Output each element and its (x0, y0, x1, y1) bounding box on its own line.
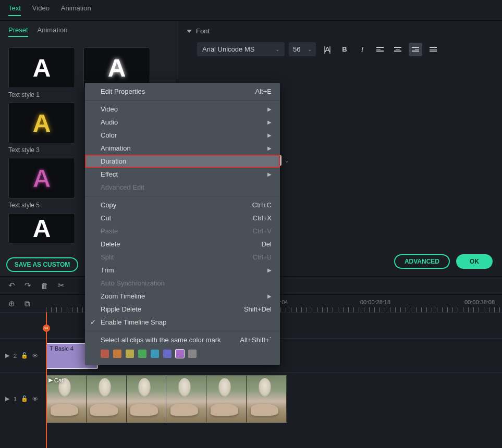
advanced-button[interactable]: ADVANCED (394, 254, 450, 269)
font-family-select[interactable]: Arial Unicode MS ⌄ (197, 42, 285, 56)
menu-label: Effect (101, 170, 118, 178)
eye-icon[interactable]: 👁 (32, 396, 38, 402)
menu-select-same-color[interactable]: Select all clips with the same color mar… (85, 333, 280, 346)
color-mark[interactable] (113, 350, 121, 358)
menu-shortcut: Ctrl+B (253, 253, 272, 261)
playhead-handle[interactable]: ✂ (43, 325, 50, 332)
ok-button[interactable]: OK (456, 254, 493, 269)
menu-label: Zoom Timeline (101, 292, 145, 300)
submenu-arrow-icon: ▶ (267, 119, 272, 125)
menu-duration[interactable]: Duration (85, 155, 280, 168)
chevron-down-icon: ⌄ (275, 46, 279, 52)
preset-thumb: A (8, 103, 75, 143)
menu-delete[interactable]: DeleteDel (85, 238, 280, 251)
video-frame-thumb (87, 376, 127, 422)
color-mark[interactable] (151, 350, 159, 358)
ruler-tick: 00:00:28:18 (360, 299, 390, 305)
menu-shortcut: Ctrl+C (252, 201, 272, 209)
video-clip-label: Cat (54, 377, 63, 383)
color-mark[interactable] (176, 350, 184, 358)
menu-video[interactable]: Video▶ (85, 103, 280, 116)
menu-label: Audio (101, 118, 118, 126)
font-section-header[interactable]: Font (187, 27, 493, 35)
split-button[interactable]: ✂ (58, 281, 65, 290)
video-clip[interactable]: ▶ Cat (46, 375, 287, 423)
submenu-arrow-icon: ▶ (267, 171, 272, 177)
menu-label: Paste (101, 227, 118, 235)
preset-label: Text style 1 (8, 91, 76, 98)
save-as-custom-button[interactable]: SAVE AS CUSTOM (6, 257, 78, 272)
preset-thumb: A (8, 47, 75, 88)
video-frame-thumb (206, 376, 247, 422)
color-mark[interactable] (163, 350, 172, 358)
preset-item-5[interactable]: A Text style 5 (8, 158, 76, 209)
menu-label: Select all clips with the same color mar… (101, 336, 221, 344)
marker-add-button[interactable]: ⊕ (8, 299, 15, 308)
sub-tab-preset[interactable]: Preset (8, 26, 28, 37)
tab-animation[interactable]: Animation (61, 4, 91, 16)
eye-icon[interactable]: 👁 (32, 353, 38, 359)
menu-cut[interactable]: CutCtrl+X (85, 211, 280, 225)
menu-trim[interactable]: Trim▶ (85, 264, 280, 277)
menu-shortcut: Ctrl+X (253, 214, 272, 222)
preset-thumb: A (83, 47, 150, 88)
align-left-button[interactable] (373, 43, 387, 56)
redo-button[interactable]: ↷ (25, 281, 31, 290)
menu-audio[interactable]: Audio▶ (85, 116, 280, 129)
align-justify-button[interactable] (426, 43, 440, 56)
font-size-select[interactable]: 56 ⌄ (289, 42, 316, 56)
menu-animation[interactable]: Animation▶ (85, 142, 280, 155)
menu-label: Delete (101, 240, 120, 248)
undo-button[interactable]: ↶ (8, 281, 15, 290)
track-number: 1 (14, 396, 17, 402)
lock-icon[interactable]: 🔓 (21, 352, 28, 359)
color-mark[interactable] (188, 350, 197, 358)
preset-item-7[interactable]: A (8, 213, 76, 243)
preset-label: Text style 3 (8, 146, 76, 154)
chevron-down-icon (187, 30, 192, 33)
color-mark[interactable] (138, 350, 146, 358)
delete-button[interactable]: 🗑 (41, 281, 48, 290)
align-right-button[interactable] (409, 43, 422, 56)
sub-tab-animation[interactable]: Animation (38, 26, 68, 37)
chevron-down-icon: ⌄ (285, 158, 289, 164)
menu-label: Trim (101, 266, 114, 274)
color-mark[interactable] (101, 350, 109, 358)
menu-enable-snap[interactable]: ✓Enable Timeline Snap (85, 316, 280, 329)
preset-thumb: A (8, 158, 75, 198)
preset-item-3[interactable]: A Text style 3 (8, 103, 76, 154)
italic-button[interactable]: I (356, 43, 369, 56)
submenu-arrow-icon: ▶ (267, 145, 272, 151)
menu-shortcut: Ctrl+V (253, 227, 272, 235)
tab-video[interactable]: Video (32, 4, 50, 16)
menu-edit-properties[interactable]: Edit Properties Alt+E (85, 85, 280, 98)
text-clip-icon: T (50, 345, 53, 352)
menu-color[interactable]: Color▶ (85, 129, 280, 142)
preset-item-1[interactable]: A Text style 1 (8, 47, 76, 98)
character-spacing-button[interactable]: |A| (320, 43, 334, 56)
playhead[interactable] (46, 312, 47, 448)
track-header: ▶ 2 🔓 👁 (0, 352, 46, 359)
align-center-button[interactable] (391, 43, 405, 56)
menu-label: Animation (101, 144, 131, 152)
menu-label: Edit Properties (101, 88, 145, 95)
color-mark[interactable] (126, 350, 134, 358)
menu-label: Cut (101, 214, 111, 222)
font-toolbar: Arial Unicode MS ⌄ 56 ⌄ |A| B I (187, 42, 493, 56)
menu-shortcut: Del (261, 240, 272, 248)
track-header: ▶ 1 🔓 👁 (0, 395, 46, 402)
text-clip-label: Basic 4 (55, 345, 74, 352)
menu-label: Duration (101, 157, 126, 165)
menu-split: SplitCtrl+B (85, 251, 280, 264)
bold-button[interactable]: B (338, 43, 351, 56)
track-number: 2 (14, 353, 17, 359)
menu-copy[interactable]: CopyCtrl+C (85, 198, 280, 211)
menu-effect[interactable]: Effect▶ (85, 168, 280, 181)
ruler-tick: 00:00:38:08 (464, 299, 495, 305)
link-button[interactable]: ⧉ (25, 299, 30, 308)
tab-text[interactable]: Text (8, 4, 21, 16)
menu-zoom-timeline[interactable]: Zoom Timeline▶ (85, 290, 280, 303)
preset-thumb: A (8, 213, 75, 243)
lock-icon[interactable]: 🔓 (21, 395, 28, 402)
menu-ripple-delete[interactable]: Ripple DeleteShift+Del (85, 303, 280, 316)
